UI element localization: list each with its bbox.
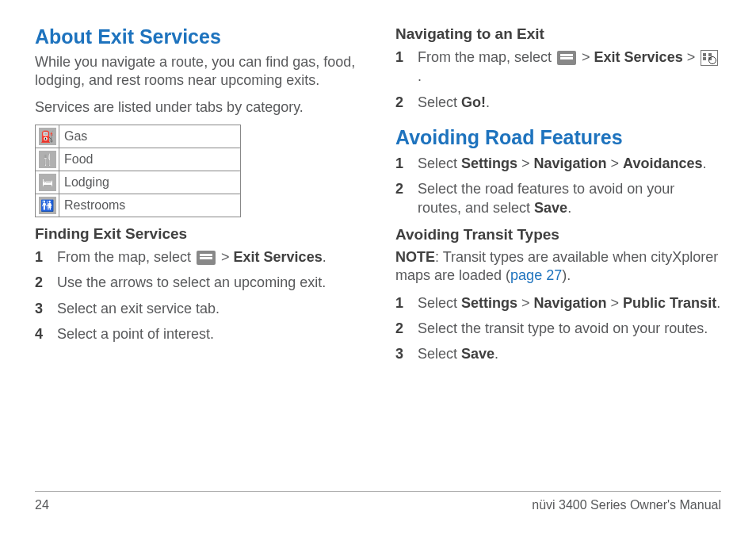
list-item: Use the arrows to select an upcoming exi… <box>35 273 361 292</box>
step-text: From the map, select <box>57 249 195 265</box>
separator: > <box>578 49 594 65</box>
save-term: Save <box>461 346 494 362</box>
separator: > <box>217 249 234 265</box>
note-close: ). <box>562 267 571 283</box>
restrooms-icon: 🚻 <box>39 197 56 214</box>
lodging-icon: 🛏 <box>39 174 56 191</box>
period: . <box>494 346 498 362</box>
right-column: Navigating to an Exit From the map, sele… <box>395 25 721 470</box>
avoiding-steps: Select Settings > Navigation > Avoidance… <box>395 154 721 218</box>
menu-icon <box>197 251 216 265</box>
period: . <box>323 249 326 265</box>
finding-steps: From the map, select > Exit Services. Us… <box>35 247 361 343</box>
list-item: From the map, select > Exit Services > . <box>395 48 721 86</box>
list-item: Select the transit type to avoid on your… <box>395 319 721 338</box>
restrooms-label: Restrooms <box>59 194 241 217</box>
period: . <box>702 155 706 171</box>
menu-icon <box>557 51 576 65</box>
step-text: Select <box>418 94 461 110</box>
period: . <box>486 94 490 110</box>
list-item: Select Go!. <box>395 93 721 112</box>
exit-list-icon <box>701 50 718 66</box>
food-icon: 🍴 <box>39 151 56 168</box>
public-transit-term: Public Transit <box>623 295 716 311</box>
transit-steps: Select Settings > Navigation > Public Tr… <box>395 293 721 364</box>
separator: > <box>517 155 534 171</box>
navigation-term: Navigation <box>534 155 607 171</box>
exit-services-term: Exit Services <box>594 49 683 65</box>
gas-label: Gas <box>59 125 241 148</box>
list-item: Select a point of interest. <box>35 324 361 343</box>
list-item: Select Settings > Navigation > Public Tr… <box>395 293 721 313</box>
note-label: NOTE <box>395 249 435 265</box>
navigating-steps: From the map, select > Exit Services > .… <box>395 48 721 112</box>
list-item: From the map, select > Exit Services. <box>35 247 361 266</box>
table-row: 🛏 Lodging <box>36 171 241 194</box>
table-row: 🚻 Restrooms <box>36 194 241 217</box>
list-item: Select Settings > Navigation > Avoidance… <box>395 154 721 173</box>
step-text: Select <box>418 346 461 362</box>
lodging-label: Lodging <box>59 171 241 194</box>
page-link[interactable]: page 27 <box>510 267 562 283</box>
go-term: Go! <box>461 94 486 110</box>
step-text: Select <box>418 155 461 171</box>
exit-services-term: Exit Services <box>234 249 323 265</box>
separator: > <box>607 295 624 311</box>
manual-title: nüvi 3400 Series Owner's Manual <box>532 498 721 512</box>
page-footer: 24 nüvi 3400 Series Owner's Manual <box>35 491 721 512</box>
list-item: Select an exit service tab. <box>35 299 361 318</box>
avoidances-term: Avoidances <box>623 155 702 171</box>
settings-term: Settings <box>461 295 517 311</box>
left-column: About Exit Services While you navigate a… <box>35 25 361 470</box>
table-row: ⛽ Gas <box>36 125 241 148</box>
period: . <box>567 200 571 216</box>
transit-note: NOTE: Transit types are available when c… <box>395 248 721 286</box>
list-item: Select Save. <box>395 344 721 363</box>
step-text: From the map, select <box>418 49 556 65</box>
table-row: 🍴 Food <box>36 148 241 171</box>
save-term: Save <box>534 200 567 216</box>
page-number: 24 <box>35 498 49 512</box>
navigating-to-exit-heading: Navigating to an Exit <box>395 25 721 43</box>
period: . <box>418 68 422 84</box>
gas-icon: ⛽ <box>39 128 56 145</box>
intro-paragraph-2: Services are listed under tabs by catego… <box>35 98 361 117</box>
about-exit-services-heading: About Exit Services <box>35 25 361 48</box>
step-text: Select <box>418 295 461 311</box>
avoiding-road-features-heading: Avoiding Road Features <box>395 126 721 149</box>
separator: > <box>517 295 534 311</box>
page-columns: About Exit Services While you navigate a… <box>35 25 721 470</box>
settings-term: Settings <box>461 155 517 171</box>
food-label: Food <box>59 148 241 171</box>
avoiding-transit-types-heading: Avoiding Transit Types <box>395 226 721 243</box>
services-table: ⛽ Gas 🍴 Food 🛏 Lodging 🚻 Restrooms <box>35 125 241 217</box>
list-item: Select the road features to avoid on you… <box>395 179 721 218</box>
intro-paragraph-1: While you navigate a route, you can find… <box>35 53 361 90</box>
period: . <box>716 295 720 311</box>
separator: > <box>607 155 624 171</box>
finding-exit-services-heading: Finding Exit Services <box>35 225 361 243</box>
navigation-term: Navigation <box>534 295 607 311</box>
separator: > <box>683 49 700 65</box>
